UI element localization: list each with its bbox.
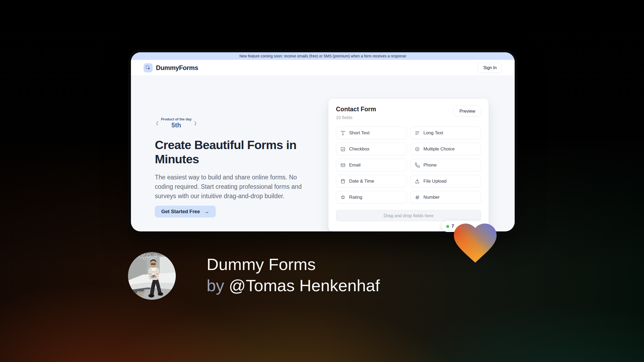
hero-heading: Create Beautiful Forms inMinutes: [155, 138, 321, 166]
long-text-icon: [415, 130, 420, 136]
field-label: Long Text: [423, 130, 443, 136]
field-label: Email: [349, 162, 361, 168]
caption: Dummy Forms by @Tomas Henkenhaf: [207, 254, 380, 296]
browser-window: New feature coming soon: receive emails …: [128, 50, 517, 234]
field-label: Date & Time: [349, 179, 374, 184]
field-label: Checkbox: [349, 146, 369, 152]
field-label: Number: [423, 195, 440, 200]
caption-byline-name: @Tomas Henkenhaf: [229, 276, 380, 295]
top-navigation: DummyForms Sign In: [131, 60, 515, 76]
field-label: File Upload: [423, 179, 447, 184]
form-field-count: 10 fields: [336, 115, 376, 120]
dropzone-text: Drag and drop fields here: [383, 213, 433, 218]
star-icon: [340, 195, 346, 200]
field-email[interactable]: Email: [336, 159, 407, 171]
phone-icon: [415, 162, 420, 168]
field-phone[interactable]: Phone: [410, 159, 481, 171]
award-rank: 5th: [161, 121, 192, 129]
field-rating[interactable]: Rating: [336, 191, 407, 204]
brand-logo-icon: [144, 63, 153, 72]
email-icon: [340, 162, 346, 168]
hero-heading-line2: Minutes: [155, 152, 199, 166]
laurel-right-icon: [194, 116, 198, 131]
hero-heading-line1: Create Beautiful Forms in: [155, 138, 297, 152]
field-date-time[interactable]: Date & Time: [336, 175, 407, 187]
webpage: New feature coming soon: receive emails …: [131, 52, 515, 231]
hero-copy: Product of the day 5th: [155, 116, 321, 217]
get-started-label: Get Started Free: [161, 209, 200, 215]
avatar: [128, 252, 176, 300]
field-number[interactable]: Number: [410, 191, 481, 204]
caption-title: Dummy Forms: [207, 254, 380, 275]
field-short-text[interactable]: Short Text: [336, 127, 407, 139]
field-file-upload[interactable]: File Upload: [410, 175, 481, 187]
caption-byline-prefix: by: [207, 276, 224, 295]
green-dot-icon: [446, 225, 449, 228]
product-of-day-badge: Product of the day 5th: [155, 116, 198, 131]
form-title: Contact Form: [336, 106, 376, 113]
brand-name: DummyForms: [156, 64, 198, 72]
multiple-choice-icon: [415, 146, 420, 152]
field-palette: Short Text Long Text Checkbox Multiple C…: [336, 127, 481, 204]
field-multiple-choice[interactable]: Multiple Choice: [410, 143, 481, 155]
field-label: Rating: [349, 195, 362, 200]
avatar-photo: [128, 252, 176, 300]
hero-section: Product of the day 5th: [131, 76, 515, 231]
laurel-left-icon: [155, 116, 159, 131]
hero-description: The easiest way to build and share onlin…: [155, 173, 314, 201]
field-label: Multiple Choice: [423, 146, 455, 152]
calendar-icon: [340, 179, 346, 184]
form-builder-card: Contact Form 10 fields Preview Short Tex…: [328, 99, 489, 231]
announcement-text: New feature coming soon: receive emails …: [239, 54, 406, 58]
announcement-banner: New feature coming soon: receive emails …: [131, 52, 515, 60]
upload-icon: [415, 179, 420, 184]
get-started-button[interactable]: Get Started Free →: [155, 206, 216, 217]
form-card-header: Contact Form 10 fields Preview: [336, 106, 481, 120]
field-label: Short Text: [349, 130, 369, 136]
sign-in-button[interactable]: Sign In: [478, 63, 502, 73]
field-checkbox[interactable]: Checkbox: [336, 143, 407, 155]
arrow-right-icon: →: [204, 209, 209, 214]
field-long-text[interactable]: Long Text: [410, 127, 481, 139]
preview-button[interactable]: Preview: [453, 106, 481, 116]
award-title: Product of the day: [161, 117, 192, 121]
brand-logo[interactable]: DummyForms: [144, 63, 198, 72]
field-label: Phone: [423, 162, 437, 168]
caption-byline: by @Tomas Henkenhaf: [207, 275, 380, 296]
checkbox-icon: [340, 146, 346, 152]
hash-icon: [415, 195, 420, 200]
heart-icon: [449, 217, 501, 264]
short-text-icon: [340, 130, 346, 136]
